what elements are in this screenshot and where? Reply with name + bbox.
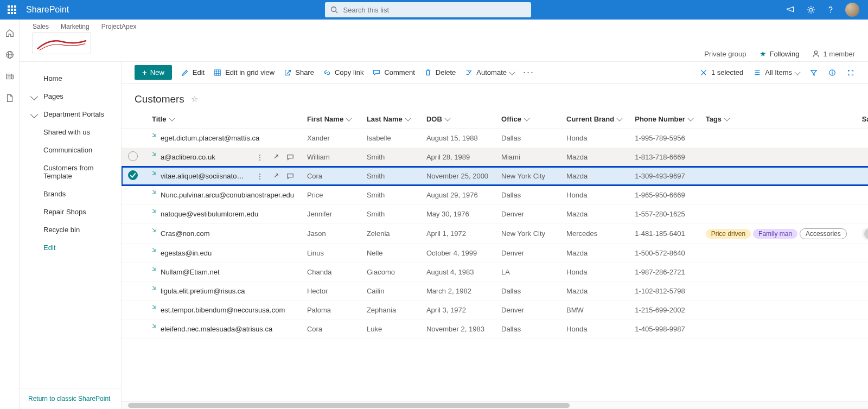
- search-box[interactable]: [325, 2, 531, 17]
- svg-point-0: [331, 7, 336, 12]
- suite-right: [787, 3, 866, 17]
- megaphone-icon[interactable]: [787, 5, 796, 15]
- svg-point-3: [830, 12, 831, 13]
- svg-point-2: [809, 8, 812, 11]
- suite-header: SharePoint: [0, 0, 868, 20]
- gear-icon[interactable]: [806, 5, 816, 15]
- help-icon[interactable]: [826, 5, 835, 15]
- search-icon: [330, 6, 338, 14]
- waffle-icon: [8, 5, 16, 14]
- search-input[interactable]: [342, 5, 526, 15]
- app-launcher-button[interactable]: [2, 0, 22, 20]
- user-avatar[interactable]: [845, 3, 859, 17]
- suite-title[interactable]: SharePoint: [26, 5, 69, 15]
- svg-line-1: [335, 11, 337, 14]
